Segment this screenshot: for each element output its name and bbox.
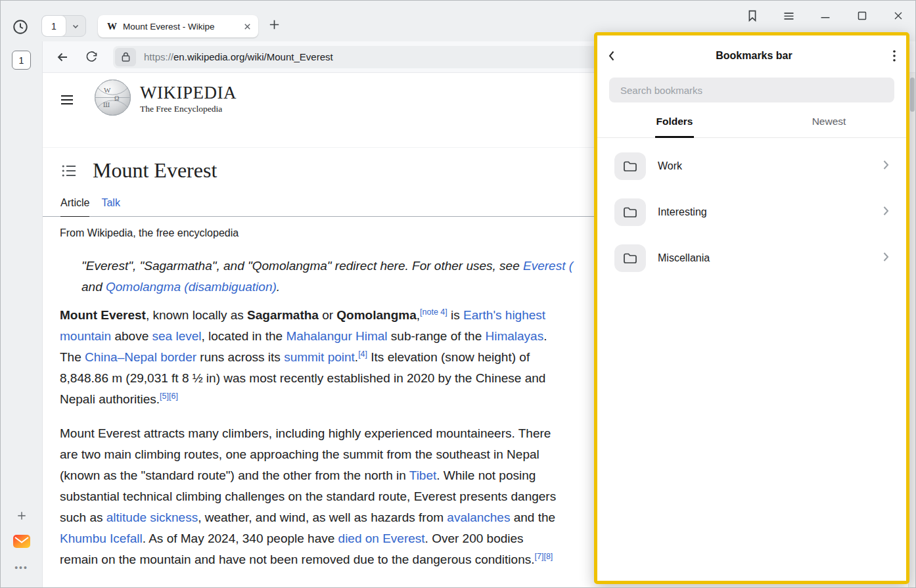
folder-icon bbox=[614, 152, 646, 180]
scrollbar-thumb[interactable] bbox=[910, 78, 915, 112]
workspace-switcher[interactable]: 1 bbox=[41, 15, 86, 37]
back-icon[interactable] bbox=[55, 49, 70, 65]
close-icon[interactable] bbox=[892, 9, 905, 22]
folder-label: Interesting bbox=[658, 206, 882, 218]
new-tab-button[interactable] bbox=[267, 18, 281, 32]
reload-icon[interactable] bbox=[85, 50, 99, 64]
kebab-menu-icon[interactable] bbox=[893, 50, 896, 62]
logo-tagline: The Free Encyclopedia bbox=[140, 104, 237, 114]
svg-text:Ω: Ω bbox=[114, 95, 119, 102]
tab-talk[interactable]: Talk bbox=[101, 197, 120, 216]
tab-folders[interactable]: Folders bbox=[597, 113, 752, 137]
url-text: https://en.wikipedia.org/wiki/Mount_Ever… bbox=[144, 51, 333, 62]
bookmarks-menu-icon[interactable] bbox=[745, 9, 760, 23]
more-dots-icon[interactable]: ••• bbox=[14, 562, 28, 573]
tab-newest-label: Newest bbox=[811, 113, 848, 137]
svg-text:W: W bbox=[104, 86, 111, 94]
chevron-right-icon bbox=[882, 160, 889, 173]
contents-icon[interactable] bbox=[62, 164, 76, 177]
lock-icon[interactable] bbox=[115, 48, 136, 66]
tab-newest[interactable]: Newest bbox=[752, 113, 906, 137]
mail-icon[interactable] bbox=[12, 532, 31, 553]
workspace-number: 1 bbox=[42, 16, 66, 36]
folder-row-work[interactable]: Work bbox=[601, 143, 902, 189]
hamburger-icon[interactable] bbox=[60, 93, 74, 107]
chevron-right-icon bbox=[882, 206, 889, 219]
folder-row-interesting[interactable]: Interesting bbox=[601, 189, 902, 235]
sidebar-workspace-badge[interactable]: 1 bbox=[12, 51, 31, 70]
wikipedia-globe-icon: W Ω Ш bbox=[94, 79, 131, 119]
url-scheme: https:// bbox=[144, 51, 173, 62]
tab-close-icon[interactable] bbox=[243, 22, 252, 31]
left-sidebar: 1 ••• bbox=[1, 41, 43, 587]
url-host-path: en.wikipedia.org/wiki/Mount_Everest bbox=[173, 51, 333, 62]
bookmarks-popup: Bookmarks bar Folders Newest Work bbox=[594, 32, 909, 584]
clock-icon[interactable] bbox=[12, 18, 29, 35]
svg-text:Ш: Ш bbox=[103, 101, 110, 108]
chevron-right-icon bbox=[882, 252, 889, 265]
folder-icon bbox=[614, 198, 646, 226]
browser-window: 1 W Mount Everest - Wikipe bbox=[0, 0, 916, 588]
browser-tab[interactable]: W Mount Everest - Wikipe bbox=[98, 15, 258, 37]
wikipedia-wordmark: WIKIPEDIA The Free Encyclopedia bbox=[140, 83, 237, 114]
titlebar-icons bbox=[745, 9, 905, 23]
tab-title: Mount Everest - Wikipe bbox=[123, 22, 239, 32]
bookmarks-folder-list: Work Interesting Miscellania bbox=[597, 138, 906, 286]
minimize-icon[interactable] bbox=[818, 9, 833, 23]
page-title: Mount Everest bbox=[93, 158, 217, 183]
tab-article[interactable]: Article bbox=[60, 197, 89, 217]
logo-title: WIKIPEDIA bbox=[140, 83, 237, 102]
folder-row-miscellania[interactable]: Miscellania bbox=[601, 235, 902, 281]
folder-label: Work bbox=[658, 160, 882, 172]
folder-label: Miscellania bbox=[658, 252, 882, 264]
bookmarks-title: Bookmarks bar bbox=[615, 50, 893, 62]
add-panel-icon[interactable] bbox=[16, 510, 28, 522]
wikipedia-favicon: W bbox=[107, 21, 117, 32]
bookmarks-header: Bookmarks bar bbox=[597, 35, 906, 76]
bookmarks-tabs: Folders Newest bbox=[597, 113, 906, 138]
tab-folders-label: Folders bbox=[655, 113, 695, 138]
maximize-icon[interactable] bbox=[855, 9, 869, 23]
search-bookmarks-input[interactable] bbox=[609, 78, 894, 102]
back-chevron-icon[interactable] bbox=[608, 50, 615, 62]
menu-icon[interactable] bbox=[782, 9, 796, 23]
wikipedia-logo[interactable]: W Ω Ш WIKIPEDIA The Free Encyclopedia bbox=[94, 79, 237, 119]
chevron-down-icon bbox=[66, 16, 85, 36]
folder-icon bbox=[614, 244, 646, 272]
